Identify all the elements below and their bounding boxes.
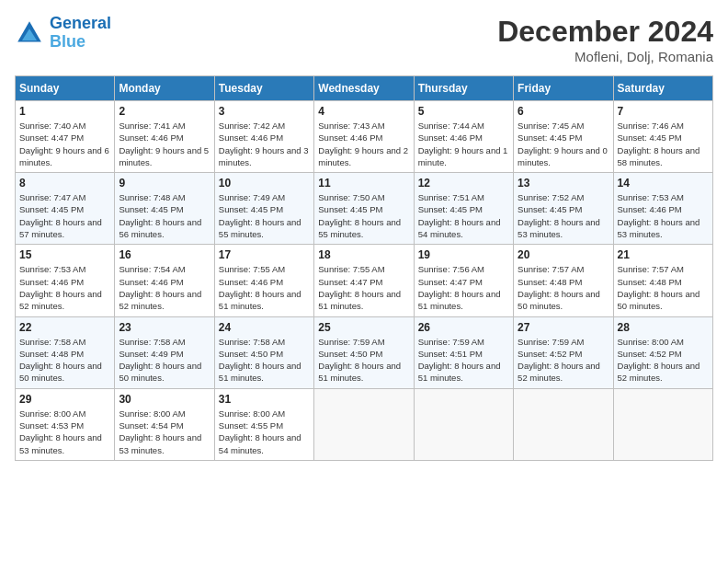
daylight-label: Daylight: 8 hours and 51 minutes. xyxy=(219,361,301,383)
day-info: Sunrise: 8:00 AM Sunset: 4:52 PM Dayligh… xyxy=(618,336,709,385)
weekday-header: Sunday xyxy=(16,76,115,101)
calendar-week-row: 1 Sunrise: 7:40 AM Sunset: 4:47 PM Dayli… xyxy=(16,101,713,173)
sunrise-label: Sunrise: 7:49 AM xyxy=(219,192,285,202)
sunrise-label: Sunrise: 7:59 AM xyxy=(418,337,484,347)
calendar-day-cell: 30 Sunrise: 8:00 AM Sunset: 4:54 PM Dayl… xyxy=(115,388,214,460)
daylight-label: Daylight: 8 hours and 50 minutes. xyxy=(518,289,600,311)
calendar-day-cell: 6 Sunrise: 7:45 AM Sunset: 4:45 PM Dayli… xyxy=(514,101,613,173)
day-info: Sunrise: 7:41 AM Sunset: 4:46 PM Dayligh… xyxy=(119,120,210,168)
daylight-label: Daylight: 8 hours and 52 minutes. xyxy=(618,361,700,383)
day-info: Sunrise: 8:00 AM Sunset: 4:55 PM Dayligh… xyxy=(219,408,310,456)
day-info: Sunrise: 7:51 AM Sunset: 4:45 PM Dayligh… xyxy=(418,191,509,240)
calendar-day-cell: 12 Sunrise: 7:51 AM Sunset: 4:45 PM Dayl… xyxy=(414,173,513,245)
calendar-day-cell: 16 Sunrise: 7:54 AM Sunset: 4:46 PM Dayl… xyxy=(115,245,214,316)
day-number: 28 xyxy=(618,321,709,334)
daylight-label: Daylight: 9 hours and 2 minutes. xyxy=(318,145,408,167)
sunrise-label: Sunrise: 7:58 AM xyxy=(19,337,85,347)
sunset-label: Sunset: 4:46 PM xyxy=(119,277,183,287)
daylight-label: Daylight: 8 hours and 50 minutes. xyxy=(119,361,201,383)
calendar-table: SundayMondayTuesdayWednesdayThursdayFrid… xyxy=(15,75,713,461)
sunset-label: Sunset: 4:48 PM xyxy=(618,277,682,287)
page-header: GeneralBlue December 2024 Mofleni, Dolj,… xyxy=(15,15,713,64)
daylight-label: Daylight: 8 hours and 54 minutes. xyxy=(418,217,501,239)
day-info: Sunrise: 7:46 AM Sunset: 4:45 PM Dayligh… xyxy=(618,120,709,168)
sunset-label: Sunset: 4:46 PM xyxy=(318,132,382,143)
sunrise-label: Sunrise: 8:00 AM xyxy=(119,408,185,419)
daylight-label: Daylight: 8 hours and 58 minutes. xyxy=(618,145,700,167)
day-number: 7 xyxy=(618,105,709,118)
day-info: Sunrise: 7:49 AM Sunset: 4:45 PM Dayligh… xyxy=(219,191,310,240)
daylight-label: Daylight: 8 hours and 51 minutes. xyxy=(418,361,501,383)
calendar-day-cell: 9 Sunrise: 7:48 AM Sunset: 4:45 PM Dayli… xyxy=(115,173,214,245)
sunset-label: Sunset: 4:49 PM xyxy=(119,349,183,359)
daylight-label: Daylight: 8 hours and 54 minutes. xyxy=(219,432,301,454)
calendar-day-cell: 26 Sunrise: 7:59 AM Sunset: 4:51 PM Dayl… xyxy=(414,316,513,388)
calendar-day-cell: 3 Sunrise: 7:42 AM Sunset: 4:46 PM Dayli… xyxy=(214,101,313,173)
logo-text: GeneralBlue xyxy=(50,15,111,52)
sunrise-label: Sunrise: 7:59 AM xyxy=(518,337,584,347)
day-number: 6 xyxy=(518,105,609,118)
calendar-day-cell: 7 Sunrise: 7:46 AM Sunset: 4:45 PM Dayli… xyxy=(613,101,712,173)
day-number: 21 xyxy=(618,248,709,261)
sunrise-label: Sunrise: 7:59 AM xyxy=(318,337,384,347)
month-year: December 2024 xyxy=(497,15,713,49)
day-info: Sunrise: 7:44 AM Sunset: 4:46 PM Dayligh… xyxy=(418,120,509,168)
day-info: Sunrise: 7:55 AM Sunset: 4:46 PM Dayligh… xyxy=(219,263,310,312)
calendar-day-cell: 24 Sunrise: 7:58 AM Sunset: 4:50 PM Dayl… xyxy=(214,316,313,388)
calendar-day-cell: 27 Sunrise: 7:59 AM Sunset: 4:52 PM Dayl… xyxy=(514,316,613,388)
day-info: Sunrise: 7:58 AM Sunset: 4:50 PM Dayligh… xyxy=(219,336,310,385)
day-number: 16 xyxy=(119,248,210,261)
sunrise-label: Sunrise: 8:00 AM xyxy=(618,337,684,347)
day-number: 1 xyxy=(19,105,110,118)
calendar-day-cell: 31 Sunrise: 8:00 AM Sunset: 4:55 PM Dayl… xyxy=(214,388,313,460)
daylight-label: Daylight: 8 hours and 56 minutes. xyxy=(119,217,201,239)
calendar-day-cell: 5 Sunrise: 7:44 AM Sunset: 4:46 PM Dayli… xyxy=(414,101,513,173)
day-info: Sunrise: 7:53 AM Sunset: 4:46 PM Dayligh… xyxy=(19,263,110,312)
sunrise-label: Sunrise: 7:53 AM xyxy=(618,192,684,202)
calendar-week-row: 22 Sunrise: 7:58 AM Sunset: 4:48 PM Dayl… xyxy=(16,316,713,388)
calendar-header-row: SundayMondayTuesdayWednesdayThursdayFrid… xyxy=(16,76,713,101)
weekday-header: Thursday xyxy=(414,76,513,101)
calendar-day-cell: 11 Sunrise: 7:50 AM Sunset: 4:45 PM Dayl… xyxy=(314,173,414,245)
daylight-label: Daylight: 9 hours and 1 minute. xyxy=(418,145,508,167)
day-info: Sunrise: 7:42 AM Sunset: 4:46 PM Dayligh… xyxy=(219,120,310,168)
sunset-label: Sunset: 4:47 PM xyxy=(318,277,382,287)
sunset-label: Sunset: 4:46 PM xyxy=(119,132,183,143)
day-number: 10 xyxy=(219,177,310,190)
day-number: 18 xyxy=(318,248,409,261)
calendar-day-cell: 4 Sunrise: 7:43 AM Sunset: 4:46 PM Dayli… xyxy=(314,101,414,173)
day-number: 27 xyxy=(518,321,609,334)
daylight-label: Daylight: 8 hours and 53 minutes. xyxy=(618,217,700,239)
sunset-label: Sunset: 4:45 PM xyxy=(119,204,183,214)
sunset-label: Sunset: 4:45 PM xyxy=(19,204,84,214)
day-info: Sunrise: 7:43 AM Sunset: 4:46 PM Dayligh… xyxy=(318,120,409,168)
sunset-label: Sunset: 4:45 PM xyxy=(418,204,483,214)
day-number: 9 xyxy=(119,177,210,190)
day-number: 29 xyxy=(19,393,110,406)
daylight-label: Daylight: 8 hours and 52 minutes. xyxy=(119,289,201,311)
logo: GeneralBlue xyxy=(15,15,111,52)
day-number: 15 xyxy=(19,248,110,261)
sunrise-label: Sunrise: 7:55 AM xyxy=(318,264,384,274)
sunset-label: Sunset: 4:46 PM xyxy=(618,204,682,214)
sunrise-label: Sunrise: 7:53 AM xyxy=(19,264,85,274)
day-number: 26 xyxy=(418,321,509,334)
calendar-day-cell xyxy=(414,388,513,460)
sunset-label: Sunset: 4:51 PM xyxy=(418,349,483,359)
calendar-week-row: 15 Sunrise: 7:53 AM Sunset: 4:46 PM Dayl… xyxy=(16,245,713,316)
day-number: 20 xyxy=(518,248,609,261)
calendar-day-cell: 18 Sunrise: 7:55 AM Sunset: 4:47 PM Dayl… xyxy=(314,245,414,316)
daylight-label: Daylight: 8 hours and 53 minutes. xyxy=(518,217,600,239)
calendar-day-cell: 17 Sunrise: 7:55 AM Sunset: 4:46 PM Dayl… xyxy=(214,245,313,316)
day-info: Sunrise: 7:59 AM Sunset: 4:51 PM Dayligh… xyxy=(418,336,509,385)
sunrise-label: Sunrise: 7:48 AM xyxy=(119,192,185,202)
sunset-label: Sunset: 4:46 PM xyxy=(219,277,283,287)
logo-icon xyxy=(15,18,44,48)
sunset-label: Sunset: 4:46 PM xyxy=(219,132,283,143)
day-info: Sunrise: 7:59 AM Sunset: 4:52 PM Dayligh… xyxy=(518,336,609,385)
daylight-label: Daylight: 9 hours and 3 minutes. xyxy=(219,145,309,167)
daylight-label: Daylight: 8 hours and 53 minutes. xyxy=(119,432,201,454)
calendar-day-cell: 25 Sunrise: 7:59 AM Sunset: 4:50 PM Dayl… xyxy=(314,316,414,388)
day-number: 4 xyxy=(318,105,409,118)
calendar-day-cell: 23 Sunrise: 7:58 AM Sunset: 4:49 PM Dayl… xyxy=(115,316,214,388)
